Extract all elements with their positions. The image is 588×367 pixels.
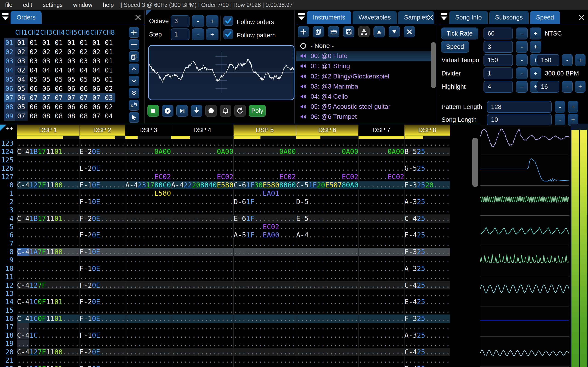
order-cell[interactable]: 07 [90,111,103,121]
channel-header-dsp8[interactable]: XXXXXXXXXXXDSP 8 [404,125,450,139]
order-cell[interactable]: 06 [40,84,52,93]
pattern-cell[interactable]: ............... [296,273,358,281]
order-cell[interactable]: 01 [65,38,78,47]
pattern-cell[interactable]: ........... [125,290,171,298]
order-cell[interactable]: 05 [90,75,103,84]
pattern-cell[interactable]: ........... [404,189,450,198]
order-row[interactable]: 090708080808080704 [4,111,115,121]
window-menu-icon[interactable] [296,11,307,24]
order-row-label[interactable]: 06 [4,84,15,93]
order-cell[interactable]: 06 [15,93,27,102]
pattern-cell[interactable]: ............... [233,348,296,356]
pattern-cell[interactable]: ............... [296,248,358,256]
order-cell[interactable]: 02 [90,47,103,56]
tab-orders[interactable]: Orders [10,11,42,24]
order-row-label[interactable]: 05 [4,75,15,84]
order-cell[interactable]: 03 [90,56,103,66]
pattern-cell[interactable]: F-20E...... [79,215,125,223]
vt2-increase-button[interactable]: + [575,54,586,66]
pattern-cell[interactable]: ............... [171,189,233,198]
channel-header-box[interactable]: XXXXXXXXXXXDSP 2 [79,125,125,135]
pattern-cell[interactable]: F-20E...... [79,365,125,367]
pattern-cell[interactable]: ........... [125,331,171,340]
pattern-cell[interactable]: G-525...... [404,164,450,173]
play-pattern-button[interactable] [176,105,188,117]
step-row-button[interactable] [191,105,202,117]
pattern-cell[interactable]: ............... [233,340,296,348]
pattern-cell[interactable]: ............... [171,365,233,367]
pattern-cell[interactable]: ............... [17,356,79,365]
pattern-cell[interactable]: ........... [404,256,450,264]
octave-input[interactable]: 3 [171,15,190,27]
channel-header-dsp2[interactable]: XXXXXXXXXXXDSP 2 [79,125,125,139]
pattern-cell[interactable]: .......E580 [125,189,171,198]
menu-item-help[interactable]: help [103,2,114,8]
pattern-cell[interactable]: C-41B171101.... [17,215,79,223]
divider-decrease-button[interactable]: - [516,67,527,79]
pattern-cell[interactable]: ............... [171,265,233,273]
pattern-cell[interactable]: ...........EC02 [296,173,358,181]
highlight-second-input[interactable]: 16 [537,81,559,93]
song-length-input[interactable]: 10 [487,114,552,126]
pattern-cell[interactable]: ........... [358,206,404,214]
order-cell[interactable]: 01 [15,38,27,47]
pattern-cell[interactable]: ........... [125,206,171,214]
pattern-cell[interactable]: ............... [171,290,233,298]
pattern-cell[interactable]: ............... [17,189,79,198]
pattern-cell[interactable]: ............... [171,198,233,206]
hl2-decrease-button[interactable]: - [562,81,573,93]
order-cell[interactable]: 05 [15,102,27,111]
pattern-cell[interactable]: ............... [17,156,79,164]
pattern-cell[interactable]: ........... [125,340,171,348]
instrument-add-button[interactable] [298,26,309,37]
tick-rate-increase-button[interactable]: + [530,27,541,40]
order-cell[interactable]: 06 [78,102,90,111]
step-increase-button[interactable]: + [206,28,218,40]
divider-input[interactable]: 1 [484,67,513,79]
pattern-cell[interactable]: ........... [125,315,171,323]
pattern-cell[interactable]: F-325...... [404,248,450,256]
pattern-cell[interactable]: ............... [233,248,296,256]
order-cell[interactable]: 01 [40,38,52,47]
octave-decrease-button[interactable]: - [192,15,204,27]
pattern-cell[interactable]: .......0A00 [358,148,404,156]
pattern-cell[interactable]: ............... [171,231,233,239]
pattern-corner-label[interactable]: ++ [6,125,13,132]
instrument-item[interactable]: 03: @3 Marimba [296,81,434,92]
channel-header-box[interactable]: XXXXXXXXXXXDSP 7 [359,125,404,135]
pattern-cell[interactable]: ............... [171,306,233,315]
menu-item-settings[interactable]: settings [43,2,62,8]
menu-item-window[interactable]: window [73,2,92,8]
pattern-cell[interactable]: ............... [233,273,296,281]
order-row-label[interactable]: 08 [4,102,15,111]
pattern-cell[interactable]: ............... [171,323,233,331]
order-cell[interactable]: 01 [103,47,115,56]
pattern-cell[interactable]: ........... [125,348,171,356]
order-cell[interactable]: 01 [103,38,115,47]
order-cell[interactable]: 03 [15,56,27,66]
pattern-cell[interactable]: ........... [358,340,404,348]
order-cell[interactable]: 07 [27,93,40,102]
pattern-cell[interactable]: ........... [404,156,450,164]
pattern-cell[interactable]: F-20E...... [79,281,125,290]
pattern-cell[interactable]: D-5............ [296,198,358,206]
channel-header-dsp5[interactable]: XXXXXXXXXXXXXXXDSP 5 [233,125,296,139]
pattern-cell[interactable]: ............... [233,240,296,248]
pattern-cell[interactable]: ........... [358,315,404,323]
order-cell[interactable]: 06 [65,102,78,111]
step-decrease-button[interactable]: - [192,28,204,40]
pattern-cell[interactable]: ........... [404,273,450,281]
pattern-cell[interactable]: ............... [296,281,358,290]
pattern-cell[interactable]: ............... [296,290,358,298]
pattern-cell[interactable]: ............... [296,265,358,273]
instrument-item[interactable]: 00: @0 Flute [296,51,434,61]
pattern-cell[interactable]: ........... [358,331,404,340]
pattern-cell[interactable]: ............... [17,240,79,248]
pattern-cell[interactable]: ............... [233,298,296,306]
pattern-cell[interactable]: ............... [296,223,358,231]
order-row-label[interactable]: 09 [4,111,15,121]
order-cell[interactable]: 07 [15,111,27,121]
pattern-cell[interactable]: A-325...... [404,265,450,273]
order-cell[interactable]: 01 [103,75,115,84]
close-icon[interactable] [426,13,435,22]
